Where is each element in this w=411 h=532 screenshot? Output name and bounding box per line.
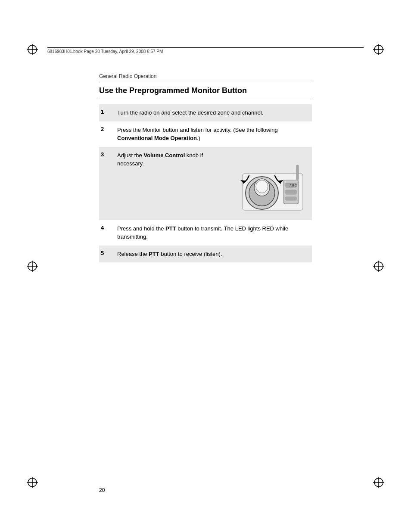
bold-conventional: Conventional Mode Operation [117,135,197,141]
section-label: General Radio Operation [99,73,156,79]
svg-point-22 [256,180,268,193]
reg-mark-bottom-left [26,476,39,489]
step-content-1: Turn the radio on and select the desired… [115,104,312,121]
step-num-1: 1 [99,104,115,121]
reg-mark-mid-left [26,260,39,273]
step-3-image: A B C [215,151,309,216]
step-num-4: 4 [99,220,115,246]
reg-mark-top-left [26,43,39,56]
step-text-3: Adjust the Volume Control knob if necess… [117,151,210,216]
svg-rect-27 [286,190,296,194]
step-num-2: 2 [99,121,115,147]
step-row-5: 5 Release the PTT button to receive (lis… [99,246,312,263]
header-bar: 6816983H01.book Page 20 Tuesday, April 2… [47,47,364,54]
step-num-3: 3 [99,147,115,220]
footer-page-number: 20 [99,487,105,493]
svg-text:C: C [295,184,297,187]
step-row-1: 1 Turn the radio on and select the desir… [99,104,312,121]
step-content-4: Press and hold the PTT button to transmi… [115,220,312,246]
page-title: Use the Preprogrammed Monitor Button [99,86,312,98]
bold-ptt-2: PTT [149,251,159,257]
step-content-5: Release the PTT button to receive (liste… [115,246,312,263]
bold-ptt-1: PTT [165,225,176,232]
volume-knob-illustration: A B C [217,152,307,215]
svg-rect-32 [296,165,299,180]
svg-text:A: A [290,184,292,187]
step-3-inner: Adjust the Volume Control knob if necess… [115,147,312,220]
step-row-4: 4 Press and hold the PTT button to trans… [99,220,312,246]
step-row-2: 2 Press the Monitor button and listen fo… [99,121,312,147]
step-content-2: Press the Monitor button and listen for … [115,121,312,147]
reg-mark-mid-right [372,260,385,273]
svg-rect-28 [286,197,296,200]
main-content: Use the Preprogrammed Monitor Button 1 T… [99,86,312,262]
file-info: 6816983H01.book Page 20 Tuesday, April 2… [47,49,163,54]
step-row-3: 3 Adjust the Volume Control knob if nece… [99,147,312,220]
section-rule [99,82,312,82]
reg-mark-top-right [372,43,385,56]
step-num-5: 5 [99,246,115,263]
reg-mark-bottom-right [372,476,385,489]
svg-text:B: B [292,184,294,187]
bold-volume-control: Volume Control [143,152,185,159]
